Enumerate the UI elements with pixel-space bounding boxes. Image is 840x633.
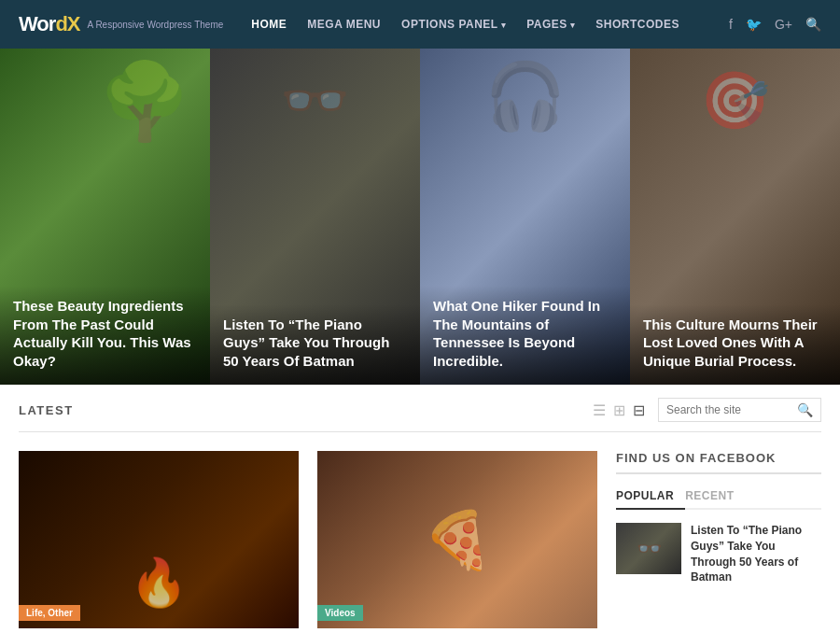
main-nav: HOME MEGA MENU OPTIONS PANEL▾ PAGES▾ SHO… bbox=[251, 18, 729, 31]
hero-overlay-4: This Culture Mourns Their Lost Loved One… bbox=[630, 304, 840, 386]
list-view-btn[interactable]: ☰ bbox=[593, 401, 606, 419]
hero-item-1[interactable]: These Beauty Ingredients From The Past C… bbox=[0, 49, 210, 385]
nav-options-panel[interactable]: OPTIONS PANEL▾ bbox=[401, 18, 506, 31]
header: WordX A Responsive Wordpress Theme HOME … bbox=[0, 0, 840, 49]
article-img-2: Videos bbox=[317, 451, 597, 628]
search-bar: 🔍 bbox=[658, 398, 821, 422]
article-tag-1[interactable]: Life, Other bbox=[19, 605, 80, 621]
facebook-section-title: FIND US ON FACEBOOK bbox=[616, 451, 821, 474]
logo-area: WordX A Responsive Wordpress Theme bbox=[19, 12, 223, 36]
latest-section: LATEST ☰ ⊞ ⊟ 🔍 bbox=[0, 385, 840, 432]
pages-arrow: ▾ bbox=[570, 21, 576, 30]
hero-overlay-1: These Beauty Ingredients From The Past C… bbox=[0, 286, 210, 385]
hero-item-3[interactable]: What One Hiker Found In The Mountains of… bbox=[420, 49, 630, 385]
grid-3-view-btn[interactable]: ⊟ bbox=[633, 401, 645, 419]
nav-pages[interactable]: PAGES▾ bbox=[526, 18, 575, 31]
header-social-icons: f 🐦 G+ 🔍 bbox=[729, 17, 821, 32]
twitter-icon[interactable]: 🐦 bbox=[746, 17, 762, 32]
article-img-1: Life, Other bbox=[19, 451, 299, 628]
hero-title-1: These Beauty Ingredients From The Past C… bbox=[13, 297, 197, 370]
logo-tagline: A Responsive Wordpress Theme bbox=[88, 19, 224, 31]
popular-item[interactable]: Listen To “The Piano Guys” Take You Thro… bbox=[616, 523, 821, 585]
nav-shortcodes[interactable]: SHORTCODES bbox=[595, 18, 679, 31]
options-panel-arrow: ▾ bbox=[501, 21, 507, 30]
hero-item-2[interactable]: Listen To “The Piano Guys” Take You Thro… bbox=[210, 49, 420, 385]
article-card-1[interactable]: Life, Other These Incredible Portraits W… bbox=[19, 451, 299, 633]
facebook-icon[interactable]: f bbox=[729, 17, 733, 32]
nav-home[interactable]: HOME bbox=[251, 18, 287, 31]
view-options: ☰ ⊞ ⊟ bbox=[593, 401, 645, 419]
search-input[interactable] bbox=[666, 403, 797, 416]
latest-header: LATEST ☰ ⊞ ⊟ 🔍 bbox=[19, 385, 821, 432]
sidebar-tab-popular[interactable]: POPULAR bbox=[616, 484, 685, 510]
popular-item-title: Listen To “The Piano Guys” Take You Thro… bbox=[691, 523, 821, 585]
hero-overlay-2: Listen To “The Piano Guys” Take You Thro… bbox=[210, 304, 420, 386]
hero-title-3: What One Hiker Found In The Mountains of… bbox=[433, 297, 617, 370]
article-card-2[interactable]: Videos These Pixelated Portraits Are Cre… bbox=[317, 451, 597, 633]
search-icon[interactable]: 🔍 bbox=[805, 17, 821, 32]
grid-2-view-btn[interactable]: ⊞ bbox=[613, 401, 625, 419]
nav-mega-menu[interactable]: MEGA MENU bbox=[307, 18, 381, 31]
hero-grid: These Beauty Ingredients From The Past C… bbox=[0, 49, 840, 385]
hero-title-4: This Culture Mourns Their Lost Loved One… bbox=[643, 316, 827, 371]
content-area: Life, Other These Incredible Portraits W… bbox=[0, 432, 840, 633]
sidebar-tab-recent[interactable]: RECENT bbox=[685, 484, 745, 508]
popular-thumb bbox=[616, 523, 681, 574]
latest-title: LATEST bbox=[19, 403, 593, 417]
sidebar-tabs: POPULAR RECENT bbox=[616, 484, 821, 510]
search-submit-icon[interactable]: 🔍 bbox=[797, 402, 813, 417]
logo[interactable]: WordX bbox=[19, 12, 80, 36]
google-plus-icon[interactable]: G+ bbox=[775, 17, 792, 32]
articles-grid: Life, Other These Incredible Portraits W… bbox=[19, 451, 597, 633]
sidebar: FIND US ON FACEBOOK POPULAR RECENT Liste… bbox=[616, 451, 821, 633]
hero-title-2: Listen To “The Piano Guys” Take You Thro… bbox=[223, 316, 407, 371]
article-tag-2[interactable]: Videos bbox=[317, 605, 363, 621]
hero-overlay-3: What One Hiker Found In The Mountains of… bbox=[420, 286, 630, 385]
hero-item-4[interactable]: This Culture Mourns Their Lost Loved One… bbox=[630, 49, 840, 385]
